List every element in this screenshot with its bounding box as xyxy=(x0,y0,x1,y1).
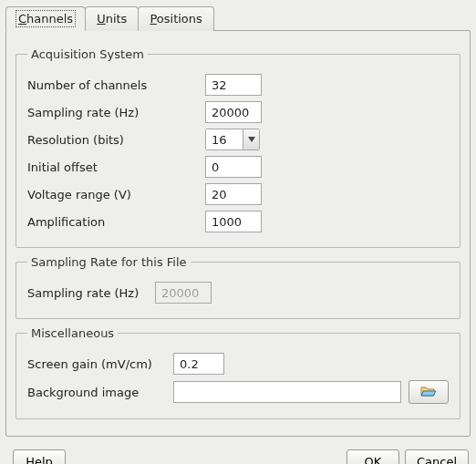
input-screen-gain[interactable] xyxy=(173,353,224,375)
tab-bar: Channels Units Positions xyxy=(5,5,471,30)
input-file-sampling-rate xyxy=(155,282,212,304)
ok-button-accel: O xyxy=(365,455,374,465)
tab-channels[interactable]: Channels xyxy=(5,6,86,31)
tab-positions[interactable]: Positions xyxy=(138,6,213,31)
chevron-down-icon xyxy=(243,129,259,150)
tab-panel: Acquisition System Number of channels Sa… xyxy=(5,30,471,437)
folder-open-icon xyxy=(420,385,437,400)
tab-units[interactable]: Units xyxy=(85,6,139,31)
help-button[interactable]: Help xyxy=(13,449,66,464)
input-number-of-channels[interactable] xyxy=(205,74,262,96)
tab-units-accel: U xyxy=(97,12,106,26)
label-screen-gain: Screen gain (mV/cm) xyxy=(27,357,173,371)
group-acquisition-system: Acquisition System Number of channels Sa… xyxy=(16,47,460,248)
input-sampling-rate[interactable] xyxy=(205,101,262,123)
ok-button[interactable]: OK xyxy=(347,449,399,464)
ok-button-label: K xyxy=(374,455,382,465)
label-file-sampling-rate: Sampling rate (Hz) xyxy=(27,286,155,300)
label-initial-offset: Initial offset xyxy=(27,160,205,174)
label-amplification: Amplification xyxy=(27,215,205,229)
label-resolution: Resolution (bits) xyxy=(27,133,205,147)
select-resolution[interactable]: 16 xyxy=(205,129,260,150)
browse-background-image-button[interactable] xyxy=(409,380,449,404)
group-sampling-rate-file-legend: Sampling Rate for this File xyxy=(27,255,191,269)
input-amplification[interactable] xyxy=(205,211,262,232)
input-voltage-range[interactable] xyxy=(205,183,262,205)
group-miscellaneous-legend: Miscellaneous xyxy=(27,326,118,340)
input-initial-offset[interactable] xyxy=(205,156,262,178)
tab-positions-accel: P xyxy=(150,12,156,26)
group-miscellaneous: Miscellaneous Screen gain (mV/cm) Backgr… xyxy=(16,326,460,419)
cancel-button-label: Cancel xyxy=(417,455,457,465)
dialog-footer: Help OK Cancel xyxy=(0,442,476,464)
group-acquisition-system-legend: Acquisition System xyxy=(27,47,148,61)
help-button-accel: H xyxy=(26,455,35,465)
label-sampling-rate: Sampling rate (Hz) xyxy=(27,106,205,119)
cancel-button[interactable]: Cancel xyxy=(405,449,469,464)
label-background-image: Background image xyxy=(27,386,173,399)
input-background-image[interactable] xyxy=(173,381,401,403)
tab-units-label: nits xyxy=(106,12,128,26)
label-voltage-range: Voltage range (V) xyxy=(27,188,205,201)
label-number-of-channels: Number of channels xyxy=(27,78,205,92)
tab-channels-label: hannels xyxy=(26,12,73,26)
tab-positions-label: ositions xyxy=(157,12,202,26)
group-sampling-rate-file: Sampling Rate for this File Sampling rat… xyxy=(16,255,460,319)
tab-channels-accel: C xyxy=(18,12,26,26)
help-button-label: elp xyxy=(35,455,53,465)
select-resolution-value: 16 xyxy=(206,129,243,150)
